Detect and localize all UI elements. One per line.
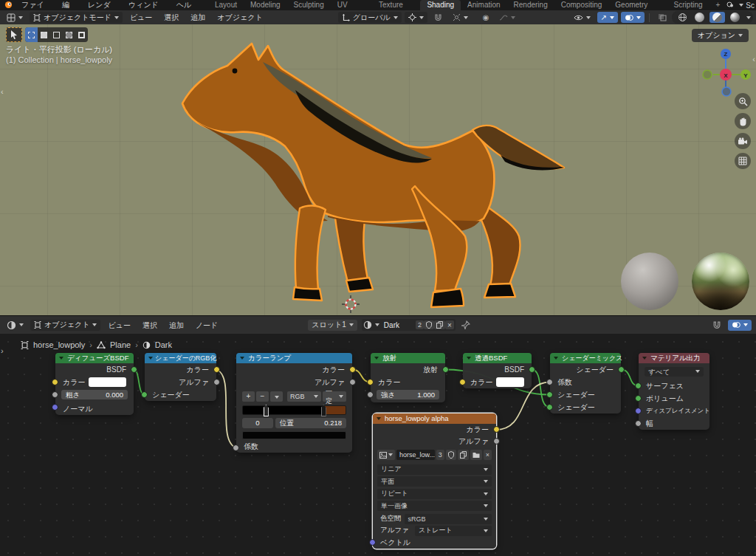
output-socket-alpha[interactable] <box>213 379 220 385</box>
input-socket-vector[interactable] <box>369 539 376 546</box>
menu-window[interactable]: ウィンドウ <box>123 0 171 10</box>
overlays-toggle-dropdown[interactable] <box>621 12 645 23</box>
output-socket-shader[interactable] <box>618 366 625 373</box>
mode-dropdown[interactable]: オブジェクトモード <box>30 12 123 23</box>
color-swatch[interactable] <box>496 377 524 387</box>
output-socket-alpha[interactable] <box>493 438 500 445</box>
toggle-orthographic-button[interactable] <box>735 153 751 169</box>
collapse-icon[interactable] <box>554 357 558 360</box>
blender-logo-icon[interactable] <box>4 1 13 10</box>
tab-shading[interactable]: Shading <box>420 0 461 10</box>
stop-position-slider[interactable]: 位置0.218 <box>275 418 346 428</box>
select-intersect-tool[interactable] <box>75 27 88 42</box>
node-transparent-bsdf[interactable]: 透過BSDF BSDF カラー <box>463 353 532 388</box>
proportional-editing-toggle[interactable]: ◉ <box>479 12 493 23</box>
collapse-icon[interactable] <box>374 357 379 360</box>
duplicate-material-button[interactable] <box>434 320 445 329</box>
menu-render[interactable]: レンダー <box>82 0 123 10</box>
node-material-output[interactable]: マテリアル出力 すべて サーフェス ボリューム ディスプレイスメント 幅 <box>639 353 709 430</box>
viewport-menu-object[interactable]: オブジェクト <box>211 10 268 24</box>
camera-view-button[interactable] <box>735 133 751 149</box>
input-socket-shader2[interactable] <box>546 404 553 411</box>
node-emission[interactable]: 放射 放射 カラー 強さ1.000 <box>371 353 445 402</box>
node-diffuse-bsdf[interactable]: ディフューズBSDF BSDF カラー 粗さ0.000 ノーマル <box>55 353 134 415</box>
gizmos-toggle-dropdown[interactable]: ↗ <box>597 12 618 23</box>
ramp-stop[interactable] <box>321 405 326 416</box>
input-socket-color[interactable] <box>459 379 466 385</box>
node-menu-select[interactable]: 選択 <box>137 318 163 332</box>
input-socket-color[interactable] <box>52 379 58 385</box>
node-header[interactable]: ディフューズBSDF <box>55 353 134 363</box>
input-socket-shader[interactable] <box>141 391 148 398</box>
node-header[interactable]: カラーランプ <box>236 353 352 363</box>
tab-modeling[interactable]: Modeling <box>244 0 287 10</box>
tab-animation[interactable]: Animation <box>461 0 506 10</box>
select-extend-tool[interactable] <box>38 27 50 42</box>
tab-geometry-nodes[interactable]: Geometry Nodes <box>608 0 667 10</box>
output-socket-color[interactable] <box>349 366 356 373</box>
image-browse-dropdown[interactable] <box>377 450 395 460</box>
output-socket-color[interactable] <box>493 426 500 433</box>
viewport-menu-view[interactable]: ビュー <box>124 10 158 24</box>
output-socket-bsdf[interactable] <box>131 366 137 373</box>
snap-toggle[interactable] <box>430 12 446 23</box>
node-color-ramp[interactable]: カラーランプ カラー アルファ + − RGB 一定 0 位置0.218 係数 <box>236 353 352 453</box>
image-duplicate-button[interactable] <box>458 450 469 460</box>
input-socket-color[interactable] <box>367 379 374 385</box>
image-fake-user-button[interactable] <box>446 450 456 460</box>
shading-wireframe-button[interactable] <box>676 12 690 23</box>
projection-dropdown[interactable]: 平面 <box>377 476 492 487</box>
image-open-button[interactable] <box>470 450 482 460</box>
node-menu-node[interactable]: ノード <box>190 318 224 332</box>
colorspace-dropdown[interactable]: sRGB <box>405 514 492 524</box>
input-socket-strength[interactable] <box>367 391 374 398</box>
tab-layout[interactable]: Layout <box>208 0 244 10</box>
input-socket-shader1[interactable] <box>546 391 553 398</box>
node-overlays-dropdown[interactable] <box>728 320 752 331</box>
input-socket-thickness[interactable] <box>635 420 642 427</box>
image-users-badge[interactable]: 3 <box>436 450 444 460</box>
select-box-tool[interactable] <box>25 27 38 42</box>
source-dropdown[interactable]: 単一画像 <box>377 501 492 511</box>
color-mode-dropdown[interactable]: RGB <box>287 391 321 402</box>
viewport-3d[interactable]: ライト・平行投影 (ローカル) (1) Collection | horse_l… <box>0 24 756 315</box>
tab-rendering[interactable]: Rendering <box>507 0 554 10</box>
node-header[interactable]: 透過BSDF <box>463 353 532 363</box>
interpolation-dropdown[interactable]: リニア <box>377 464 492 475</box>
menu-edit[interactable]: 編集 <box>56 0 82 10</box>
xray-toggle[interactable] <box>654 12 670 23</box>
input-socket-surface[interactable] <box>635 382 642 389</box>
node-menu-add[interactable]: 追加 <box>163 318 190 332</box>
menu-file[interactable]: ファイル <box>16 0 56 10</box>
node-menu-view[interactable]: ビュー <box>102 318 136 332</box>
users-count-badge[interactable]: 2 <box>416 320 424 329</box>
select-subtract-tool[interactable] <box>50 27 63 42</box>
input-socket-roughness[interactable] <box>52 391 58 398</box>
fake-user-shield-button[interactable] <box>424 320 434 329</box>
node-header[interactable]: 放射 <box>371 353 445 363</box>
strength-slider[interactable]: 強さ1.000 <box>377 390 439 399</box>
unlink-material-button[interactable]: × <box>445 320 454 329</box>
material-name[interactable]: Dark <box>379 321 416 329</box>
node-image-texture[interactable]: horse_lowpoly alpha カラー アルファ horse_low..… <box>373 413 496 549</box>
pivot-point-dropdown[interactable] <box>405 12 427 23</box>
interpolation-dropdown[interactable]: 一定 <box>323 391 346 402</box>
node-header[interactable]: シェーダーミックス <box>550 353 621 363</box>
shading-solid-button[interactable] <box>693 12 707 23</box>
material-icon[interactable] <box>363 320 372 329</box>
output-socket-alpha[interactable] <box>349 379 356 385</box>
transform-orientation-dropdown[interactable]: グローバル <box>338 12 402 23</box>
navigation-gizmo[interactable]: Z X Y <box>698 45 755 101</box>
options-button[interactable]: オプション <box>692 29 749 42</box>
target-dropdown[interactable]: すべて <box>645 367 704 377</box>
tab-compositing[interactable]: Compositing <box>554 0 609 10</box>
scene-selector[interactable]: Sc <box>726 1 756 10</box>
output-socket-color[interactable] <box>213 366 220 373</box>
ramp-options-dropdown[interactable] <box>270 391 283 402</box>
node-mix-shader[interactable]: シェーダーミックス シェーダー 係数 シェーダー シェーダー <box>550 353 621 413</box>
collapse-icon[interactable] <box>240 357 244 360</box>
add-stop-button[interactable]: + <box>242 391 255 402</box>
shader-type-dropdown[interactable]: オブジェクト <box>30 320 100 331</box>
collapse-icon[interactable] <box>642 357 647 360</box>
tab-texture-paint[interactable]: Texture Paint <box>372 0 420 10</box>
